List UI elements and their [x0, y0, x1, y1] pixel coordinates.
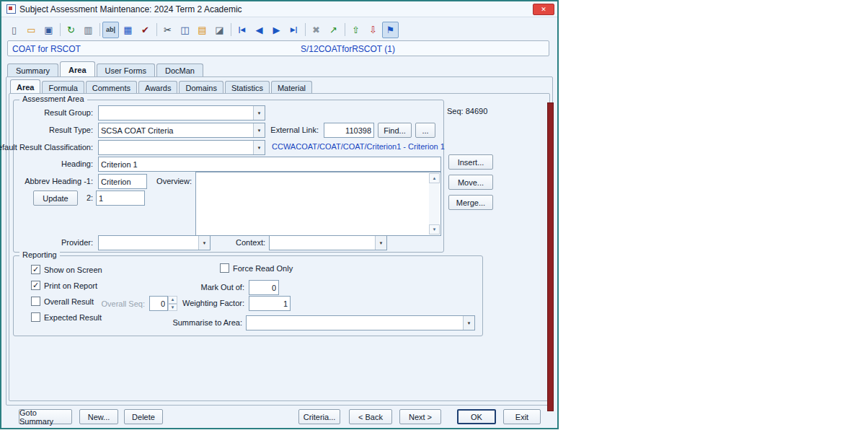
scroll-up-icon[interactable] — [429, 173, 440, 183]
external-link-find-button[interactable]: Find... — [378, 123, 412, 138]
criteria-button[interactable]: Criteria... — [298, 409, 340, 424]
close-button[interactable] — [533, 4, 554, 15]
refresh-icon[interactable]: ↻ — [63, 22, 79, 38]
maintenance-titlebar[interactable]: Subject Assessment Maintenance: 2024 Ter… — [1, 1, 557, 17]
external-link-input[interactable] — [324, 123, 374, 138]
show-on-screen-checkbox[interactable] — [31, 265, 40, 274]
export-icon[interactable]: ⇧ — [347, 22, 364, 38]
chevron-down-icon[interactable] — [253, 141, 265, 154]
validate-icon[interactable]: ✔ — [137, 22, 154, 38]
overall-seq-input[interactable] — [149, 296, 168, 311]
last-record-icon[interactable]: ▶| — [285, 22, 302, 38]
provider-select[interactable] — [98, 235, 211, 250]
abbrev-heading-input[interactable] — [98, 174, 147, 189]
overall-seq-spinner[interactable] — [149, 296, 177, 311]
subtab-awards[interactable]: Awards — [138, 81, 177, 94]
previous-record-icon[interactable]: ◀ — [251, 22, 267, 38]
first-record-icon[interactable]: |◀ — [234, 22, 250, 38]
force-read-only-checkbox[interactable] — [220, 263, 229, 273]
expected-result-row[interactable]: Expected Result — [31, 312, 102, 322]
result-type-select[interactable]: SCSA COAT Criteria — [98, 123, 265, 138]
abbrev-heading-2-label: 2: — [87, 193, 93, 202]
new-button[interactable]: New... — [79, 409, 118, 424]
textarea-scrollbar[interactable] — [429, 173, 440, 235]
tab-summary[interactable]: Summary — [7, 63, 58, 77]
force-read-only-row[interactable]: Force Read Only — [220, 263, 293, 273]
update-button[interactable]: Update — [33, 190, 78, 206]
overall-result-row[interactable]: Overall Result — [31, 297, 94, 306]
right-edge-bar[interactable] — [547, 102, 554, 411]
grid-icon[interactable]: ▦ — [120, 22, 136, 38]
chevron-down-icon[interactable] — [198, 236, 210, 250]
mark-out-of-input[interactable] — [249, 280, 279, 295]
print-on-report-checkbox[interactable] — [31, 281, 40, 290]
insert-button[interactable]: Insert... — [448, 154, 493, 170]
tab-user-forms[interactable]: User Forms — [97, 63, 155, 77]
field-edit-icon[interactable]: ab| — [102, 22, 119, 38]
subtab-formula[interactable]: Formula — [42, 81, 84, 94]
chevron-down-icon[interactable] — [253, 106, 265, 120]
ok-button[interactable]: OK — [457, 409, 496, 424]
pin-icon[interactable]: ⚑ — [382, 22, 399, 38]
merge-button[interactable]: Merge... — [448, 195, 493, 210]
heading-input[interactable] — [98, 157, 441, 172]
external-reference-link[interactable]: CCWACOAT/COAT/COAT/Criterion1 - Criterio… — [272, 142, 445, 151]
toolbar-separator — [156, 23, 157, 36]
open-folder-icon[interactable]: ▭ — [23, 22, 40, 38]
result-type-label: Result Type: — [49, 126, 93, 134]
main-tabs: Summary Area User Forms DocMan — [7, 61, 205, 77]
delete-button[interactable]: Delete — [124, 409, 163, 424]
toolbar-separator — [60, 23, 61, 36]
chevron-down-icon[interactable] — [463, 316, 474, 330]
move-button[interactable]: Move... — [448, 175, 493, 190]
overall-result-checkbox[interactable] — [31, 297, 40, 306]
subtab-area[interactable]: Area — [10, 79, 40, 94]
back-button[interactable]: < Back — [349, 409, 392, 424]
new-document-icon[interactable]: ▯ — [6, 22, 22, 38]
subtab-material[interactable]: Material — [271, 81, 312, 94]
weighting-factor-input[interactable] — [249, 296, 291, 311]
subtab-statistics[interactable]: Statistics — [225, 81, 270, 94]
clipboard-paste-icon[interactable]: ◪ — [211, 22, 228, 38]
tab-docman[interactable]: DocMan — [156, 63, 203, 77]
app-icon — [6, 4, 16, 14]
paste-icon[interactable]: ▤ — [194, 22, 211, 38]
goto-summary-button[interactable]: Goto Summary — [19, 409, 72, 424]
print-on-report-row[interactable]: Print on Report — [31, 281, 97, 290]
subtab-domains[interactable]: Domains — [179, 81, 223, 94]
tab-area[interactable]: Area — [60, 61, 94, 77]
exit-button[interactable]: Exit — [503, 409, 541, 424]
overview-textarea[interactable] — [195, 172, 441, 236]
delete-record-icon[interactable]: ✖ — [308, 22, 324, 38]
overview-label: Overview: — [156, 177, 192, 185]
goto-icon[interactable]: ↗ — [325, 22, 342, 38]
save-icon[interactable]: ▣ — [40, 22, 57, 38]
spin-up-icon[interactable] — [168, 296, 177, 304]
cut-icon[interactable]: ✂ — [159, 22, 176, 38]
context-select[interactable] — [269, 235, 387, 250]
provider-label: Provider: — [61, 238, 93, 247]
next-record-icon[interactable]: ▶ — [268, 22, 285, 38]
more-options-button[interactable]: ... — [415, 123, 435, 138]
copy-icon[interactable]: ◫ — [177, 22, 193, 38]
print-icon[interactable]: ▥ — [80, 22, 97, 38]
abbrev-heading-2-input[interactable] — [96, 190, 145, 206]
chevron-down-icon[interactable] — [253, 123, 265, 137]
spin-down-icon[interactable] — [168, 304, 177, 312]
toolbar-separator — [305, 23, 306, 36]
next-button[interactable]: Next > — [399, 409, 441, 424]
expected-result-checkbox[interactable] — [31, 312, 40, 322]
maintenance-window: Subject Assessment Maintenance: 2024 Ter… — [0, 0, 559, 429]
classification-select[interactable] — [98, 140, 265, 155]
chevron-down-icon[interactable] — [375, 236, 386, 250]
show-on-screen-row[interactable]: Show on Screen — [31, 265, 102, 274]
result-group-select[interactable] — [98, 105, 265, 121]
toolbar-separator — [345, 23, 345, 36]
scroll-down-icon[interactable] — [429, 224, 440, 235]
subtab-comments[interactable]: Comments — [86, 81, 137, 94]
toolbar: ▯ ▭ ▣ ↻ ▥ ab| ▦ ✔ ✂ ◫ ▤ ◪ |◀ ◀ ▶ ▶| ✖ ↗ … — [6, 20, 399, 39]
import-icon[interactable]: ⇩ — [365, 22, 381, 38]
context-label: Context: — [236, 238, 265, 247]
record-title: COAT for RSCOT — [12, 44, 81, 54]
summarise-to-area-select[interactable] — [246, 315, 475, 330]
